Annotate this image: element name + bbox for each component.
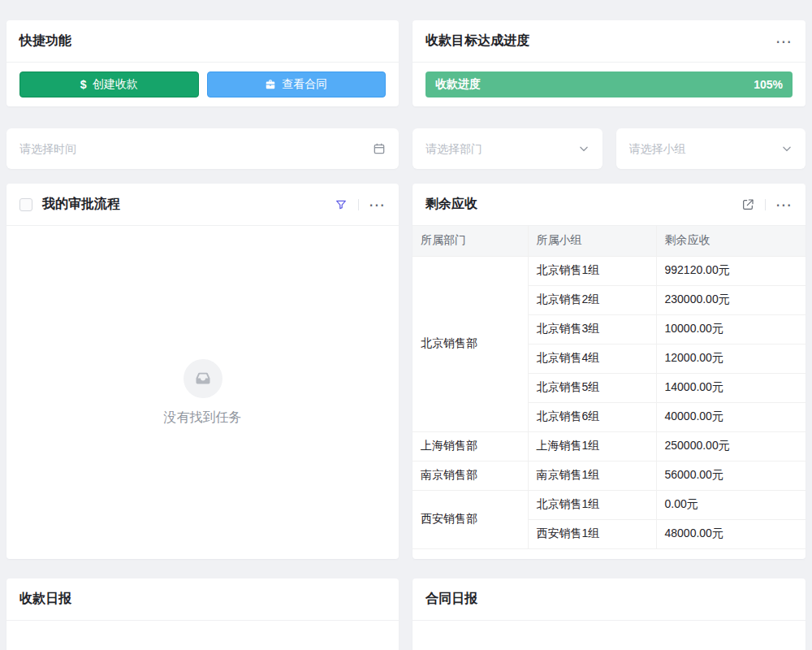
payment-daily-title: 收款日报 [19,591,71,608]
table-row: 西安销售部北京销售1组0.00元 [412,490,806,519]
view-contract-label: 查看合同 [282,77,327,92]
bottom-row: 收款日报 合同日报 [6,578,806,650]
main-row: 我的审批流程 ⋯ 没有找到任务 剩余应收 ⋯ [6,184,806,559]
progress-title: 收款目标达成进度 [425,32,529,50]
amount-cell: 992120.00元 [656,256,806,285]
header-divider [765,199,766,210]
group-cell: 北京销售6组 [528,402,656,431]
progress-bar: 收款进度 105% [425,72,793,98]
col-department: 所属部门 [412,226,528,256]
contract-daily-title: 合同日报 [425,591,477,608]
department-cell: 南京销售部 [412,461,528,490]
receivable-title: 剩余应收 [425,196,477,213]
amount-cell: 48000.00元 [656,519,806,548]
dollar-icon: $ [80,78,87,91]
amount-cell: 0.00元 [656,490,806,519]
more-icon[interactable]: ⋯ [775,197,793,213]
group-cell: 西安销售1组 [528,519,656,548]
progress-body: 收款进度 105% [412,63,806,106]
department-select[interactable] [412,128,603,169]
group-cell: 南京销售1组 [528,461,656,490]
quick-actions-header: 快捷功能 [6,20,399,63]
empty-inbox-icon [184,359,222,398]
time-picker[interactable] [6,128,399,169]
department-select-input[interactable] [425,142,578,155]
group-cell: 北京销售4组 [528,344,656,373]
quick-actions-title: 快捷功能 [19,32,71,50]
external-link-icon[interactable] [741,197,755,212]
create-payment-label: 创建收款 [93,77,138,92]
payment-daily-body [6,621,399,650]
table-row: 北京销售部北京销售1组992120.00元 [412,256,806,285]
group-select[interactable] [616,128,806,169]
group-cell: 北京销售5组 [528,373,656,402]
approval-title: 我的审批流程 [42,196,120,213]
amount-cell: 230000.00元 [656,285,806,314]
amount-cell: 10000.00元 [656,314,806,344]
col-amount: 剩余应收 [656,226,806,256]
amount-cell: 12000.00元 [656,344,806,373]
approval-card: 我的审批流程 ⋯ 没有找到任务 [6,184,399,559]
top-row: 快捷功能 $ 创建收款 查看合同 收款目标达成进度 ⋯ 收款进度 105% [6,20,806,106]
amount-cell: 14000.00元 [656,373,806,402]
approval-header: 我的审批流程 ⋯ [6,184,399,226]
group-cell: 上海销售1组 [528,431,656,461]
amount-cell: 40000.00元 [656,402,806,431]
amount-cell: 56000.00元 [656,461,806,490]
more-icon[interactable]: ⋯ [369,197,386,213]
col-group: 所属小组 [528,226,656,256]
empty-state-text: 没有找到任务 [164,410,242,427]
quick-actions-card: 快捷功能 $ 创建收款 查看合同 [6,20,399,106]
select-pair [412,128,806,169]
contract-daily-body [412,621,806,650]
payment-daily-card: 收款日报 [6,578,399,650]
department-cell: 西安销售部 [412,490,528,548]
group-cell: 北京销售1组 [528,490,656,519]
time-picker-input[interactable] [19,142,373,155]
progress-bar-label: 收款进度 [435,77,481,92]
filter-icon[interactable] [334,197,348,212]
receivable-header: 剩余应收 ⋯ [412,184,806,226]
table-row: 南京销售部南京销售1组56000.00元 [412,461,806,490]
header-divider [358,199,359,210]
more-icon[interactable]: ⋯ [775,33,793,50]
progress-card: 收款目标达成进度 ⋯ 收款进度 105% [412,20,806,106]
quick-actions-body: $ 创建收款 查看合同 [6,63,399,106]
receivable-table-body: 北京销售部北京销售1组992120.00元北京销售2组230000.00元北京销… [412,256,806,548]
receivable-table-wrap: 所属部门 所属小组 剩余应收 北京销售部北京销售1组992120.00元北京销售… [412,226,806,559]
calendar-icon [373,142,386,155]
chevron-down-icon [578,143,590,154]
chevron-down-icon [781,143,793,154]
view-contract-button[interactable]: 查看合同 [207,72,387,98]
group-select-input[interactable] [629,142,782,155]
create-payment-button[interactable]: $ 创建收款 [19,72,199,98]
receivable-table: 所属部门 所属小组 剩余应收 北京销售部北京销售1组992120.00元北京销售… [412,226,806,549]
group-cell: 北京销售3组 [528,314,656,344]
briefcase-icon [265,79,276,90]
group-cell: 北京销售2组 [528,285,656,314]
progress-header: 收款目标达成进度 ⋯ [412,20,806,63]
progress-bar-value: 105% [754,78,783,91]
group-cell: 北京销售1组 [528,256,656,285]
table-row: 上海销售部上海销售1组250000.00元 [412,431,806,461]
contract-daily-card: 合同日报 [412,578,806,650]
approval-empty-state: 没有找到任务 [6,226,399,559]
table-header-row: 所属部门 所属小组 剩余应收 [412,226,806,256]
approval-checkbox[interactable] [19,198,32,211]
contract-daily-header: 合同日报 [412,578,806,621]
receivable-card: 剩余应收 ⋯ 所属部门 所属小组 剩余应收 北京销售部北京销售1组992120.… [412,184,806,559]
amount-cell: 250000.00元 [656,431,806,461]
department-cell: 北京销售部 [412,256,528,431]
department-cell: 上海销售部 [412,431,528,461]
payment-daily-header: 收款日报 [6,578,399,621]
filter-row [6,128,806,169]
